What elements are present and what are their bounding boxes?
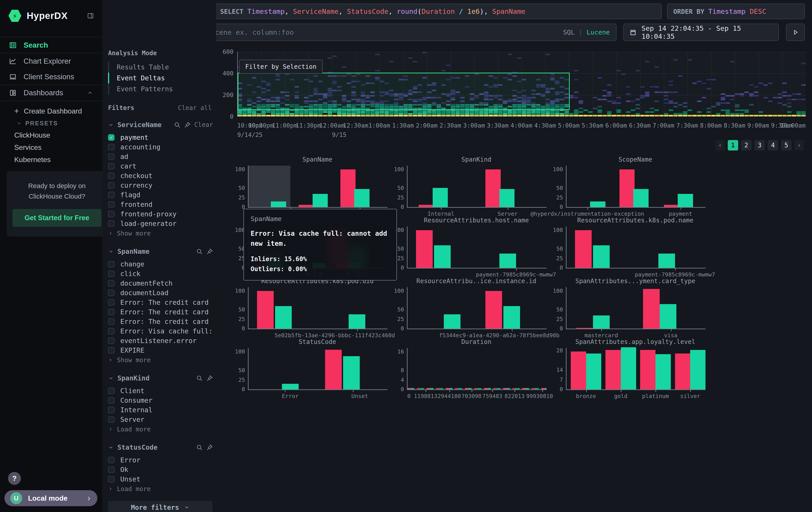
chart-plot[interactable]: bronzegoldplatinumsilver [566,348,705,390]
filter-option[interactable]: Error: The credit card (… [108,298,213,307]
pin-icon[interactable] [206,248,213,255]
filter-option[interactable]: Internal [108,405,213,415]
chart-plot[interactable]: payment-7985c8969c-mwmw7 [566,226,705,268]
checkbox-unchecked[interactable] [108,318,115,325]
filter-option[interactable]: documentLoad [108,288,213,298]
checkbox-unchecked[interactable] [108,416,115,423]
search-icon[interactable] [174,122,180,128]
filter-option[interactable]: load-generator [108,219,213,228]
checkbox-unchecked[interactable] [108,299,115,306]
clear-filter-button[interactable]: Clear [194,121,213,129]
filter-option[interactable]: frontend-proxy [108,209,213,219]
chart-plot[interactable]: InternalServer [407,166,547,208]
help-button[interactable]: ? [8,472,21,485]
chart-plot[interactable]: payment-7985c8969c-mwmw7 [407,226,547,268]
filter-by-selection-button[interactable]: Filter by Selection [239,60,323,74]
chart-plot[interactable]: ErrorUnset [248,348,387,390]
checkbox-unchecked[interactable] [108,211,115,217]
page-button-4[interactable]: 4 [768,140,778,151]
preset-kubernetes[interactable]: Kubernetes [0,154,102,166]
filter-option[interactable]: frontend [108,200,213,209]
filter-option[interactable]: change [108,259,213,269]
checkbox-unchecked[interactable] [108,347,115,353]
chevron-down-icon[interactable] [108,122,114,128]
heatmap-canvas[interactable] [238,52,806,117]
filter-option[interactable]: Error: The credit card (… [108,317,213,326]
page-prev-button[interactable]: ‹ [716,140,725,151]
checkbox-unchecked[interactable] [108,144,115,150]
checkbox-checked[interactable]: ✓ [108,134,115,141]
chart-plot[interactable]: 0119881329441807030987594838220139993081… [407,348,547,390]
mode-results-table[interactable]: Results Table [108,62,213,73]
checkbox-unchecked[interactable] [108,261,115,267]
page-button-2[interactable]: 2 [741,140,752,151]
pin-icon[interactable] [184,122,191,128]
mode-sql-toggle[interactable]: SQL [563,28,575,36]
order-by-editor[interactable]: ORDER BY Timestamp DESC [667,4,805,19]
pin-icon[interactable] [206,444,213,451]
mode-event-patterns[interactable]: Event Patterns [108,83,213,95]
search-icon[interactable] [196,248,203,255]
filter-option[interactable]: Client [108,386,213,396]
run-query-button[interactable] [786,24,805,41]
checkbox-unchecked[interactable] [108,201,115,208]
filter-option[interactable]: Unset [108,475,213,484]
search-icon[interactable] [196,444,203,451]
sidebar-item-search[interactable]: Search [0,37,102,53]
show-more-link[interactable]: Load more [108,484,213,494]
mode-lucene-toggle[interactable]: Lucene [586,28,610,36]
collapse-sidebar-icon[interactable] [87,12,94,19]
checkbox-unchecked[interactable] [108,280,115,287]
mode-event-deltas[interactable]: Event Deltas [108,73,213,83]
checkbox-unchecked[interactable] [108,290,115,296]
checkbox-unchecked[interactable] [108,457,115,463]
checkbox-unchecked[interactable] [108,407,115,413]
filter-option[interactable]: documentFetch [108,278,213,288]
chart-plot[interactable]: 5e02b5fb-13ae-4296-bbbc-111f423c460d [248,287,387,329]
checkbox-unchecked[interactable] [108,387,115,394]
clear-all-button[interactable]: Clear all [178,104,212,111]
filter-option[interactable]: Error: Visa cache full: … [108,326,213,336]
checkbox-unchecked[interactable] [108,153,115,160]
checkbox-unchecked[interactable] [108,163,115,169]
get-started-button[interactable]: Get Started for Free [12,209,102,227]
chevron-up-icon[interactable] [87,90,93,96]
filter-option[interactable]: accounting [108,142,213,152]
filter-option[interactable]: ad [108,152,213,161]
page-button-5[interactable]: 5 [781,140,791,151]
filter-option[interactable]: EXPIRE [108,346,213,355]
sql-select-editor[interactable]: SELECT Timestamp, ServiceName, StatusCod… [214,4,662,19]
checkbox-unchecked[interactable] [108,220,115,227]
filter-option[interactable]: Error: The credit card (… [108,307,213,317]
checkbox-unchecked[interactable] [108,328,115,334]
show-more-link[interactable]: Show more [108,355,213,365]
page-next-button[interactable]: › [794,140,804,151]
chart-plot[interactable]: @hyperdx/instrumentation-exceptionpaymen… [566,166,705,208]
chart-plot[interactable]: f5344ec9-a1ea-4290-a62a-78f5bee8d90b [407,287,547,329]
page-button-1[interactable]: 1 [728,140,738,151]
filter-option[interactable]: ✓payment [108,133,213,142]
preset-services[interactable]: Services [0,141,102,154]
chevron-down-icon[interactable] [108,249,114,254]
chevron-down-icon[interactable] [108,445,114,450]
checkbox-unchecked[interactable] [108,466,115,473]
presets-toggle[interactable]: PRESETS [0,117,102,129]
checkbox-unchecked[interactable] [108,192,115,198]
more-filters-button[interactable]: More filters [108,501,212,512]
filter-option[interactable]: currency [108,181,213,190]
date-range-picker[interactable]: Sep 14 22:04:35 - Sep 15 10:04:35 [623,24,779,41]
checkbox-unchecked[interactable] [108,172,115,179]
filter-option[interactable]: flagd [108,190,213,200]
checkbox-unchecked[interactable] [108,309,115,315]
local-mode-menu[interactable]: U Local mode › [4,490,97,506]
checkbox-unchecked[interactable] [108,338,115,344]
filter-option[interactable]: checkout [108,171,213,181]
page-button-3[interactable]: 3 [754,140,765,151]
checkbox-unchecked[interactable] [108,182,115,189]
filter-option[interactable]: Error [108,455,213,465]
chart-plot[interactable]: mastercardvisa [566,287,705,329]
filter-option[interactable]: Consumer [108,396,213,405]
create-dashboard-button[interactable]: + Create Dashboard [0,105,102,117]
checkbox-unchecked[interactable] [108,270,115,277]
sidebar-item-dashboards[interactable]: Dashboards [0,85,102,101]
